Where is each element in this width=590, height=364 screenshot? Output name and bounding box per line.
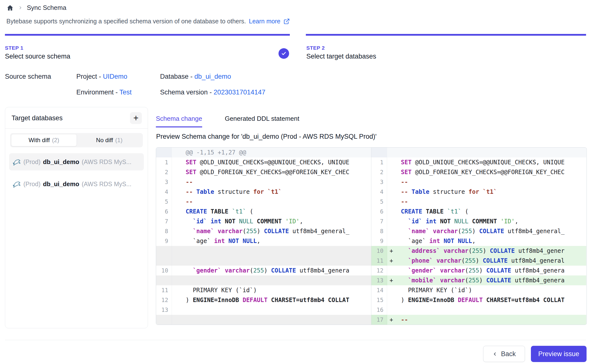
- diff-sign: [172, 266, 181, 275]
- code-token: int: [429, 238, 440, 244]
- source-project: Project - UIDemo: [76, 73, 127, 80]
- code-token: `id`: [193, 218, 207, 225]
- external-link-icon[interactable]: [283, 18, 290, 25]
- check-icon: [281, 51, 287, 56]
- code-token: COMMENT: [469, 218, 501, 225]
- diff-code-row: 16: [371, 305, 586, 315]
- code-token: [440, 247, 443, 254]
- line-number: 4: [371, 187, 387, 197]
- code-token: TABLE: [207, 208, 232, 215]
- code-token: utf8mb4_general: [508, 257, 565, 264]
- target-database-item[interactable]: (Prod) db_ui_demo (AWS RDS MyS...: [9, 153, 144, 170]
- code-token: varchar: [443, 247, 468, 254]
- code-line: `age` int NOT NULL,: [181, 236, 371, 246]
- diff-code-row: 10 `gender` varchar(255) COLLATE utf8mb4…: [156, 266, 371, 275]
- code-line: `gender` varchar(255) COLLATE utf8mb4_ge…: [396, 266, 586, 275]
- schema-version-link[interactable]: 20230317014147: [214, 89, 265, 96]
- diff-hunk-header: @@ -1,15 +1,27 @@: [181, 148, 371, 157]
- diff-gap-row: [156, 256, 371, 266]
- schema-version-label: Schema version -: [160, 89, 214, 96]
- code-token: (: [246, 208, 253, 215]
- code-token: --: [186, 179, 193, 185]
- project-link[interactable]: UIDemo: [103, 73, 127, 80]
- code-token: `t1`: [479, 188, 497, 195]
- database-instance: (AWS RDS MyS...: [82, 158, 131, 166]
- preview-heading: Preview Schema change for 'db_ui_demo (P…: [156, 133, 377, 140]
- diff-sign: +: [387, 246, 396, 256]
- code-token: ,: [515, 218, 518, 225]
- code-token: DEFAULT: [243, 297, 267, 303]
- code-token: --: [401, 316, 408, 323]
- code-token: (: [243, 228, 246, 235]
- code-token: `name`: [193, 228, 214, 235]
- code-line: --: [396, 315, 586, 325]
- add-target-database-button[interactable]: +: [130, 112, 142, 124]
- code-token: `name`: [408, 228, 429, 235]
- code-line: [396, 305, 586, 315]
- project-label: Project -: [76, 73, 103, 80]
- code-line: `gender` varchar(255) COLLATE utf8mb4_ge…: [181, 266, 371, 275]
- code-token: [401, 218, 408, 225]
- code-token: int: [211, 218, 221, 225]
- diff-code-row: 2SET @OLD_FOREIGN_KEY_CHECKS=@@FOREIGN_K…: [156, 167, 371, 177]
- diff-code-row: 2SET @OLD_FOREIGN_KEY_CHECKS=@@FOREIGN_K…: [371, 167, 586, 177]
- diff-sign: [172, 177, 181, 187]
- diff-sign: [172, 187, 181, 197]
- tab-with-diff-label: With diff: [29, 137, 50, 144]
- code-token: 255: [253, 267, 264, 274]
- code-token: [401, 228, 408, 235]
- code-token: varchar: [433, 228, 458, 235]
- code-line: PRIMARY KEY (`id`): [181, 285, 371, 295]
- diff-sign: [172, 157, 181, 167]
- tab-no-diff[interactable]: No diff (1): [77, 134, 142, 146]
- learn-more-link[interactable]: Learn more: [249, 18, 280, 25]
- line-number: 5: [156, 197, 172, 207]
- page-title: Sync Schema: [27, 4, 66, 12]
- line-number: 14: [371, 285, 387, 295]
- code-line: `age` int NOT NULL,: [396, 236, 586, 246]
- preview-issue-button[interactable]: Preview issue: [531, 346, 587, 362]
- code-token: varchar: [440, 267, 465, 274]
- code-token: 255: [469, 277, 479, 284]
- source-schema-label: Source schema: [5, 73, 51, 80]
- code-line: `name` varchar(255) COLLATE utf8mb4_gene…: [396, 226, 586, 236]
- back-button[interactable]: Back: [483, 346, 525, 362]
- code-token: COLLATE: [486, 267, 511, 274]
- environment-link[interactable]: Test: [119, 89, 132, 96]
- schema-diff-viewer: @@ -1,15 +1,27 @@1SET @OLD_UNIQUE_CHECKS…: [156, 147, 587, 325]
- code-line: `phone` varchar(255) COLLATE utf8mb4_gen…: [396, 256, 586, 266]
- code-token: [437, 277, 440, 284]
- tab-schema-change[interactable]: Schema change: [156, 115, 202, 127]
- database-link[interactable]: db_ui_demo: [195, 73, 231, 80]
- code-token: COLLATE: [486, 277, 511, 284]
- code-line: --: [181, 177, 371, 187]
- tab-with-diff[interactable]: With diff (2): [11, 134, 77, 146]
- code-line: `id` int NOT NULL COMMENT 'ID',: [396, 216, 586, 226]
- diff-code-row: 4-- Table structure for `t1`: [371, 187, 586, 197]
- code-token: utf8mb4_genera: [296, 267, 349, 274]
- line-number: 12: [371, 266, 387, 275]
- chevron-right-icon: [18, 6, 22, 10]
- target-database-item[interactable]: (Prod) db_ui_demo (AWS RDS MyS...: [9, 175, 144, 193]
- code-token: DEFAULT: [458, 297, 483, 303]
- code-line: `id` int NOT NULL COMMENT 'ID',: [181, 216, 371, 226]
- tab-generated-ddl[interactable]: Generated DDL statement: [225, 115, 299, 127]
- line-number: 2: [371, 167, 387, 177]
- line-number: 8: [371, 226, 387, 236]
- footer-divider: [5, 340, 586, 340]
- code-token: `age`: [408, 238, 426, 244]
- preview-issue-label: Preview issue: [538, 350, 579, 358]
- line-number: 9: [156, 236, 172, 246]
- diff-code-row: 1SET @OLD_UNIQUE_CHECKS=@@UNIQUE_CHECKS,…: [371, 157, 586, 167]
- home-icon[interactable]: [6, 4, 14, 12]
- code-line: `name` varchar(255) COLLATE utf8mb4_gene…: [181, 226, 371, 236]
- diff-code-row: 15) ENGINE=InnoDB DEFAULT CHARSET=utf8mb…: [371, 295, 586, 305]
- code-token: COLLATE: [479, 228, 504, 235]
- diff-code-row: 5--: [371, 197, 586, 207]
- code-token: @OLD_UNIQUE_CHECKS=@@UNIQUE_CHECKS, UNIQ…: [196, 159, 349, 166]
- diff-sign: +: [387, 315, 396, 325]
- code-line: -- Table structure for `t1`: [396, 187, 586, 197]
- code-token: NULL: [239, 218, 253, 225]
- diff-sign: [172, 246, 181, 256]
- code-line: [181, 315, 371, 325]
